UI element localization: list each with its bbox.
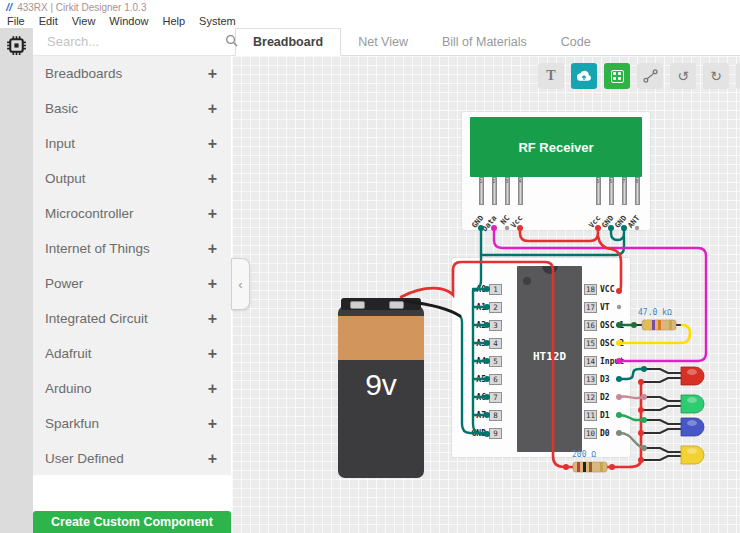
add-category-icon[interactable]: + — [208, 65, 217, 83]
ic-pin-row-left: A6 7 — [450, 391, 502, 403]
sidebar-category-integrated-circuit[interactable]: Integrated Circuit + — [33, 301, 231, 336]
rf-pin[interactable]: 5 — [596, 177, 601, 205]
sidebar-category-breadboards[interactable]: Breadboards + — [33, 56, 231, 91]
ic-pin-number[interactable]: 18 — [584, 284, 597, 295]
add-category-icon[interactable]: + — [208, 380, 217, 398]
category-label: Output — [45, 171, 86, 186]
category-label: Basic — [45, 101, 78, 116]
ic-pin-number[interactable]: 6 — [489, 374, 502, 385]
tab-breadboard[interactable]: Breadboard — [235, 28, 341, 56]
rf-pin[interactable]: 1 — [479, 177, 484, 205]
ic-pin-row-right: 10 D0 — [584, 427, 644, 439]
add-category-icon[interactable]: + — [208, 135, 217, 153]
sidebar-category-microcontroller[interactable]: Microcontroller + — [33, 196, 231, 231]
chip-icon[interactable] — [4, 33, 29, 58]
menu-item[interactable]: File — [0, 15, 32, 27]
ic-pin-row-right: 16 OSC 1 — [584, 319, 644, 331]
ic-pin-row-right: 12 D2 — [584, 391, 644, 403]
ic-pin-number[interactable]: 10 — [584, 428, 597, 439]
sidebar-category-internet-of-things[interactable]: Internet of Things + — [33, 231, 231, 266]
cloud-upload-button[interactable] — [571, 63, 597, 89]
text-tool-button[interactable]: T — [538, 63, 564, 89]
sidebar-category-power[interactable]: Power + — [33, 266, 231, 301]
fullscreen-button[interactable] — [736, 63, 740, 89]
share-route-button[interactable] — [637, 63, 663, 89]
ic-pin-number[interactable]: 3 — [489, 320, 502, 331]
add-category-icon[interactable]: + — [208, 240, 217, 258]
create-custom-component-button[interactable]: Create Custom Component — [33, 511, 231, 533]
category-label: Arduino — [45, 381, 92, 396]
window-title: 433RX | Cirkit Designer 1.0.3 — [17, 2, 146, 13]
rf-receiver-board[interactable]: RF Receiver — [470, 117, 642, 177]
menu-item[interactable]: Help — [155, 15, 192, 27]
menu-item[interactable]: Edit — [32, 15, 65, 27]
ic-pin-number[interactable]: 12 — [584, 392, 597, 403]
ic-pin-number[interactable]: 1 — [489, 284, 502, 295]
rf-pin[interactable]: 4 — [518, 177, 523, 205]
chevron-left-icon: ‹ — [238, 277, 242, 292]
grid-view-button[interactable] — [604, 63, 630, 89]
search-input[interactable] — [33, 33, 225, 50]
add-category-icon[interactable]: + — [208, 450, 217, 468]
ic-pin-number[interactable]: 5 — [489, 356, 502, 367]
category-label: Microcontroller — [45, 206, 134, 221]
sidebar-category-user-defined[interactable]: User Defined + — [33, 441, 231, 476]
ic-pin-number[interactable]: 11 — [584, 410, 597, 421]
sidebar-category-input[interactable]: Input + — [33, 126, 231, 161]
sidebar-category-adafruit[interactable]: Adafruit + — [33, 336, 231, 371]
sidebar-category-basic[interactable]: Basic + — [33, 91, 231, 126]
add-category-icon[interactable]: + — [208, 275, 217, 293]
sidebar-icon-strip — [0, 28, 33, 533]
sidebar-collapse-handle[interactable]: ‹ — [231, 258, 250, 310]
sidebar-category-output[interactable]: Output + — [33, 161, 231, 196]
menu-item[interactable]: View — [65, 15, 103, 27]
rf-pin[interactable]: 8 — [635, 177, 640, 205]
ic-pin-name: A7 — [476, 411, 486, 420]
category-label: Internet of Things — [45, 241, 150, 256]
ic-pin-name: D2 — [600, 393, 610, 402]
rf-pin[interactable]: 3 — [505, 177, 510, 205]
ic-pin-number[interactable]: 2 — [489, 302, 502, 313]
add-category-icon[interactable]: + — [208, 170, 217, 188]
menu-item[interactable]: Window — [102, 15, 155, 27]
tab-code[interactable]: Code — [544, 28, 608, 55]
menu-item[interactable]: System — [192, 15, 243, 27]
ic-pin-number[interactable]: 17 — [584, 302, 597, 313]
ic-pin-number[interactable]: 14 — [584, 356, 597, 367]
add-category-icon[interactable]: + — [208, 100, 217, 118]
add-category-icon[interactable]: + — [208, 310, 217, 328]
ic-pin-number[interactable]: 15 — [584, 338, 597, 349]
ic-pin-name: D3 — [600, 375, 610, 384]
ic-pin-number[interactable]: 8 — [489, 410, 502, 421]
battery-9v[interactable]: 9v — [338, 306, 424, 478]
ic-pin-number[interactable]: 13 — [584, 374, 597, 385]
grid-icon — [611, 70, 624, 83]
category-list: Breadboards + Basic + Input + Output + M… — [33, 56, 231, 476]
ic-pin-number[interactable]: 16 — [584, 320, 597, 331]
ic-pin-name: D0 — [600, 429, 610, 438]
redo-button[interactable]: ↻ — [703, 63, 729, 89]
add-category-icon[interactable]: + — [208, 205, 217, 223]
route-icon — [643, 69, 658, 83]
ic-pin-row-left: GND 9 — [450, 427, 502, 439]
ic-label: HT12D — [517, 350, 582, 363]
rf-pin[interactable]: 6 — [609, 177, 614, 205]
add-category-icon[interactable]: + — [208, 415, 217, 433]
ic-pin-name: OSC 2 — [600, 339, 624, 348]
ic-pin-number[interactable]: 9 — [489, 428, 502, 439]
undo-button[interactable]: ↺ — [670, 63, 696, 89]
ic-pin-row-right: 15 OSC 2 — [584, 337, 644, 349]
tab-net-view[interactable]: Net View — [341, 28, 425, 55]
ic-pin-number[interactable]: 7 — [489, 392, 502, 403]
sidebar-category-sparkfun[interactable]: Sparkfun + — [33, 406, 231, 441]
rf-pin[interactable]: 2 — [492, 177, 497, 205]
search-icon[interactable] — [225, 33, 238, 51]
tab-bill-of-materials[interactable]: Bill of Materials — [425, 28, 544, 55]
battery-label: 9v — [338, 368, 424, 402]
sidebar-category-arduino[interactable]: Arduino + — [33, 371, 231, 406]
add-category-icon[interactable]: + — [208, 345, 217, 363]
battery-orange-band — [338, 316, 424, 360]
ic-pin-number[interactable]: 4 — [489, 338, 502, 349]
category-label: Power — [45, 276, 83, 291]
rf-pin[interactable]: 7 — [622, 177, 627, 205]
